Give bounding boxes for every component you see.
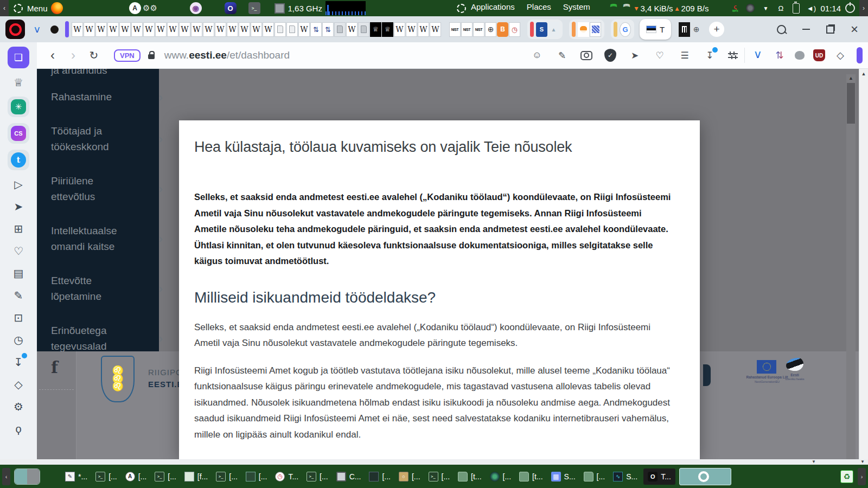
task-clock[interactable]: T... — [273, 468, 301, 485]
battery-icon[interactable] — [790, 2, 802, 14]
nist-icon[interactable] — [449, 22, 461, 37]
w-icon[interactable] — [191, 22, 202, 37]
tips-icon[interactable]: ϙ — [8, 421, 29, 437]
crown-icon[interactable] — [370, 22, 381, 37]
tor-browser-icon[interactable]: ◉ — [190, 2, 202, 14]
taskbar-collapse-right[interactable]: › — [858, 468, 866, 485]
w-icon[interactable] — [131, 22, 143, 37]
sliders-icon[interactable] — [310, 22, 322, 37]
sblue-icon[interactable] — [536, 22, 547, 37]
active-tab-eesti[interactable]: T — [640, 19, 671, 40]
close-button[interactable]: × — [851, 23, 858, 36]
w-icon[interactable] — [406, 22, 417, 37]
wifi-icon[interactable]: (( — [623, 3, 631, 13]
vpn-extension-icon[interactable] — [751, 49, 764, 62]
trash-icon[interactable] — [679, 22, 690, 37]
twitter-icon[interactable]: t — [8, 150, 29, 170]
page-tweaks-icon[interactable] — [728, 52, 738, 59]
sidebar-panel-toggle[interactable] — [857, 47, 863, 63]
applications-icon[interactable] — [456, 2, 468, 14]
lock-icon[interactable] — [148, 54, 155, 59]
favorites-icon[interactable]: ♡ — [8, 243, 29, 259]
group-bar-yellow[interactable] — [614, 22, 617, 37]
flow-devices-icon[interactable]: ⊡ — [8, 310, 29, 326]
opera-menu-button[interactable] — [5, 20, 25, 39]
horizontal-scroll-strip[interactable]: ▼ ▼ — [0, 459, 868, 465]
gears-icon[interactable]: ⚙⚙ — [144, 2, 156, 14]
sidebar-nav-item[interactable]: Töötajad ja töökeskkond › — [37, 114, 146, 164]
w-icon[interactable] — [394, 22, 405, 37]
minimize-button[interactable] — [802, 29, 810, 30]
group-bar-red[interactable] — [530, 22, 534, 37]
task-terminal[interactable]: [... — [93, 468, 119, 485]
downloads-icon[interactable]: ↧ — [8, 354, 29, 370]
docg-icon[interactable] — [358, 22, 369, 37]
history-icon[interactable]: ◷ — [8, 332, 29, 348]
player-icon[interactable]: ▷ — [8, 176, 29, 192]
nist-icon[interactable] — [461, 22, 473, 37]
back-button[interactable]: ‹ — [44, 48, 61, 63]
w-icon[interactable] — [143, 22, 155, 37]
task-orb[interactable]: [... — [488, 468, 514, 485]
download-icon[interactable]: ↧ — [703, 49, 716, 62]
w-icon[interactable] — [179, 22, 190, 37]
reaction-icon[interactable]: ☺ — [531, 49, 544, 62]
mpx-indicator-icon[interactable]: ςMPX — [729, 2, 741, 14]
task-file-dark[interactable]: [... — [367, 468, 393, 485]
opera-launcher-icon[interactable]: O — [225, 2, 237, 14]
task-notepad[interactable]: *... — [63, 468, 90, 485]
w-icon[interactable] — [72, 22, 83, 37]
facebook-icon[interactable]: f — [51, 358, 58, 377]
nist-icon[interactable] — [473, 22, 484, 37]
browser-scroll-down-icon[interactable]: ▼ — [860, 459, 865, 465]
volume-icon[interactable]: ◄) — [805, 2, 817, 14]
w-icon[interactable] — [227, 22, 238, 37]
messenger-icon[interactable]: ➤ — [8, 198, 29, 215]
power-icon[interactable] — [844, 2, 856, 14]
vpn-pinned-tab[interactable] — [31, 22, 43, 37]
w-icon[interactable] — [155, 22, 167, 37]
clockb-icon[interactable] — [509, 22, 520, 37]
w-icon[interactable] — [95, 22, 107, 37]
w-icon[interactable] — [84, 22, 95, 37]
task-terminal[interactable]: [... — [214, 468, 240, 485]
firefox-icon[interactable] — [51, 2, 63, 14]
task-image[interactable]: [... — [244, 468, 270, 485]
w-icon[interactable] — [119, 22, 131, 37]
chatgpt-icon[interactable]: ✳ — [8, 97, 29, 117]
task-file[interactable]: [f... — [182, 468, 210, 485]
status-blob-icon[interactable] — [744, 2, 756, 14]
panel-collapse-left[interactable]: ‹ — [0, 0, 9, 16]
task-terminal[interactable]: [... — [304, 468, 330, 485]
task-terminal[interactable]: [... — [152, 468, 178, 485]
page-scroll-down-icon[interactable]: ▼ — [812, 459, 816, 465]
search-tool-icon[interactable]: A — [129, 2, 141, 14]
menu-button[interactable]: Menu — [27, 4, 48, 13]
doc-icon[interactable] — [286, 22, 298, 37]
task-opera[interactable]: T... — [643, 468, 675, 485]
task-search[interactable]: [... — [123, 468, 149, 485]
docg-icon[interactable] — [334, 22, 346, 37]
extension-cube-icon[interactable] — [834, 49, 847, 62]
signal-waves-icon[interactable]: (( — [610, 3, 618, 13]
clock[interactable]: 01:14 — [820, 4, 841, 13]
task-folder-search[interactable]: [... — [397, 468, 423, 485]
crown-icon[interactable]: ♕ — [8, 74, 29, 91]
restore-button[interactable] — [826, 25, 834, 34]
sidebar-nav-item[interactable]: Ettevõtte lõpetamine › — [37, 264, 146, 313]
reload-button[interactable]: ↻ — [86, 49, 102, 62]
w-icon[interactable] — [167, 22, 178, 37]
apps-grid-icon[interactable]: ⊞ — [8, 221, 29, 237]
traffic-extension-icon[interactable] — [773, 49, 786, 62]
recycle-bin-icon[interactable] — [840, 470, 853, 483]
mountain-icon[interactable] — [548, 22, 559, 37]
new-tab-button[interactable]: + — [709, 22, 724, 37]
panel-collapse-right[interactable]: › — [859, 0, 868, 16]
w-icon[interactable] — [346, 22, 358, 37]
settings-icon[interactable]: ⚙ — [8, 399, 29, 415]
page-scrollbar-thumb[interactable] — [847, 83, 855, 124]
sidebar-nav-item[interactable]: Rahastamine › — [37, 80, 146, 114]
group-bar-orange[interactable] — [572, 22, 576, 37]
globe-icon[interactable] — [485, 22, 496, 37]
sidebar-nav-item[interactable]: Piiriülene ettevõtlus › — [37, 164, 146, 214]
